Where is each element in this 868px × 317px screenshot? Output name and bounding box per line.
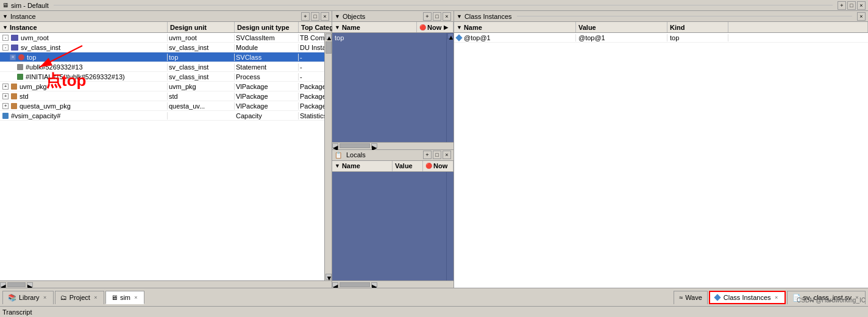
ci-kind: top [667, 34, 728, 41]
objects-body: top [332, 33, 446, 142]
obj-btn1[interactable]: + [423, 12, 432, 21]
top-cat-cell: - [299, 54, 324, 61]
instance-name: #vsim_capacity# [11, 112, 60, 119]
locals-panel-icons: + □ × [423, 151, 451, 159]
scroll-up-btn[interactable]: ▲ [326, 34, 332, 40]
package-icon [11, 93, 17, 99]
sim-restore-btn[interactable]: □ [847, 1, 856, 10]
ci-close-btn[interactable]: × [857, 12, 866, 21]
unit-type-cell: VlPackage [235, 102, 299, 110]
top-cat-cell: TB Component [299, 34, 324, 41]
tree-row[interactable]: #INITIAL#15(#ublk#5269332#13) sv_class_i… [0, 72, 324, 82]
objects-title-icon: ▼ [335, 13, 340, 20]
class-icon [18, 54, 24, 60]
ci-title-icon: ▼ [457, 13, 462, 20]
instance-name: #INITIAL#15(#ublk#5269332#13) [26, 73, 125, 80]
tree-row[interactable]: + top top SVClass - [0, 52, 324, 62]
instance-vscroll[interactable]: ▲ ▼ [324, 33, 332, 280]
loc-hscroll-right[interactable]: ▶ [371, 282, 377, 287]
loc-vscroll[interactable] [446, 172, 454, 281]
instance-cell: #vsim_capacity# [0, 112, 168, 119]
instance-cell: - sv_class_inst [0, 44, 168, 51]
ci-row[interactable]: @top@1 @top@1 top [454, 33, 868, 43]
loc-col-now: 🔴Now [423, 161, 454, 171]
obj-hscroll-thumb[interactable] [340, 143, 370, 148]
instance-hscroll[interactable]: ◀ ▶ [0, 280, 332, 288]
scroll-down-btn[interactable]: ▼ [326, 274, 332, 280]
ci-panel-icons: × [857, 12, 866, 21]
tree-row[interactable]: - sv_class_inst sv_class_inst Module DU … [0, 43, 324, 52]
expand-icon[interactable]: + [2, 84, 9, 90]
expand-icon[interactable]: - [2, 35, 9, 41]
sim-min-btn[interactable]: + [838, 1, 846, 10]
locals-body [332, 172, 446, 281]
top-cat-cell: Package [299, 93, 324, 100]
instance-btn2[interactable]: □ [311, 12, 319, 21]
loc-hscroll-left[interactable]: ◀ [332, 282, 338, 287]
hscroll-left-btn[interactable]: ◀ [0, 282, 6, 287]
loc-btn1[interactable]: + [423, 151, 432, 159]
expand-icon[interactable]: + [2, 93, 9, 99]
obj-row[interactable]: top [332, 33, 446, 43]
locals-title-icon: 📋 [335, 152, 342, 158]
process-icon [17, 74, 23, 80]
tab-wave[interactable]: ≈ Wave [674, 291, 708, 304]
instance-title-icon: ▼ [2, 13, 8, 20]
sim-tab-close[interactable]: × [133, 294, 139, 301]
tree-row[interactable]: + uvm_pkg uvm_pkg VlPackage Package [0, 82, 324, 91]
hscroll-right-btn[interactable]: ▶ [27, 282, 33, 287]
instance-header: ▼ Instance Design unit Design unit type … [0, 22, 332, 33]
wave-tab-icon: ≈ [679, 294, 683, 301]
obj-btn-right[interactable]: ▶ [444, 24, 448, 30]
ci-tab-close[interactable]: × [774, 294, 780, 301]
obj-close-btn[interactable]: × [443, 12, 451, 21]
expand-icon[interactable]: + [10, 54, 16, 60]
instance-titlebar: ▼ Instance + □ × [0, 11, 332, 22]
expand-icon[interactable]: + [2, 103, 9, 109]
project-tab-close[interactable]: × [93, 294, 99, 301]
instance-close-btn[interactable]: × [321, 12, 329, 21]
tree-row[interactable]: - uvm_root uvm_root SVClassItem TB Compo… [0, 33, 324, 43]
loc-hscroll-thumb[interactable] [340, 282, 370, 287]
loc-hscroll[interactable]: ◀ ▶ [332, 280, 454, 288]
instance-name: top [27, 54, 36, 61]
tree-row[interactable]: + questa_uvm_pkg questa_uv... VlPackage … [0, 101, 324, 111]
top-cat-cell: DU Instance [299, 44, 324, 51]
package-icon [11, 84, 17, 90]
tree-row[interactable]: #vsim_capacity# Capacity Statistics [0, 111, 324, 121]
loc-btn2[interactable]: □ [433, 151, 441, 159]
col-unit-type: Design unit type [235, 22, 299, 32]
instance-cell: - uvm_root [0, 34, 168, 41]
tab-library[interactable]: 📚 Library × [2, 291, 54, 304]
library-tab-icon: 📚 [8, 294, 16, 302]
objects-titlebar: ▼ Objects + □ × [332, 11, 454, 22]
obj-hscroll-left[interactable]: ◀ [332, 143, 338, 148]
library-tab-close[interactable]: × [42, 294, 48, 301]
loc-close-btn[interactable]: × [443, 151, 451, 159]
design-unit-cell: top [168, 54, 235, 61]
obj-hscroll[interactable]: ◀ ▶ [332, 142, 454, 149]
unit-type-cell: SVClassItem [235, 34, 299, 41]
tree-row[interactable]: #ublk#5269332#13 sv_class_inst Statement… [0, 62, 324, 72]
sim-close-btn[interactable]: × [857, 1, 866, 10]
tree-row[interactable]: + std std VlPackage Package [0, 91, 324, 101]
obj-btn2[interactable]: □ [433, 12, 441, 21]
tab-sim[interactable]: 🖥 sim × [105, 291, 144, 304]
hscroll-thumb[interactable] [7, 282, 26, 287]
ci-titlebar: ▼ Class Instances × [454, 11, 868, 22]
unit-type-cell: VlPackage [235, 93, 299, 100]
instance-cell: + std [0, 93, 168, 100]
expand-icon[interactable]: - [2, 45, 9, 51]
ci-name-cell: @top@1 [454, 34, 576, 41]
scroll-thumb[interactable] [326, 41, 332, 54]
objects-panel: ▼ Objects + □ × ▼Name 🔴Now ▶ [332, 11, 454, 150]
obj-hscroll-right[interactable]: ▶ [371, 143, 377, 148]
col-design-unit: Design unit [168, 22, 235, 32]
tab-project[interactable]: 🗂 Project × [55, 291, 104, 304]
instance-btn1[interactable]: + [301, 12, 310, 21]
ci-body: @top@1 @top@1 top [454, 33, 868, 288]
design-unit-cell: sv_class_inst [168, 73, 235, 80]
tab-class-instances[interactable]: Class Instances × [709, 291, 786, 304]
obj-scroll-up[interactable]: ▲ [447, 33, 454, 39]
obj-vscroll[interactable]: ▲ [446, 33, 454, 142]
